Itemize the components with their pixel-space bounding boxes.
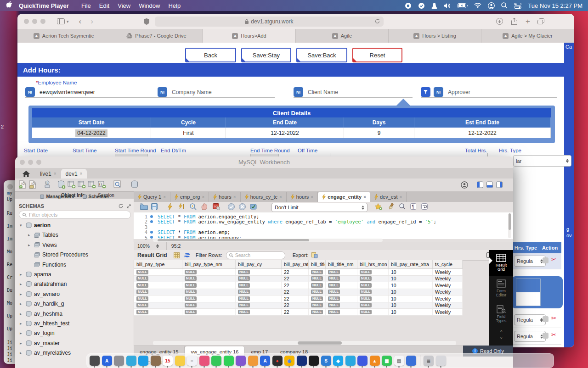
grid-cell[interactable]: NULL bbox=[182, 309, 236, 315]
grid-cell[interactable]: NULL bbox=[309, 276, 326, 282]
grid-cell[interactable]: 22 bbox=[282, 289, 309, 296]
dock-app-4[interactable] bbox=[138, 356, 148, 366]
grid-cell[interactable]: NULL bbox=[134, 282, 182, 289]
close-window-button[interactable] bbox=[24, 19, 29, 24]
schema-tree-item-functions[interactable]: Functions bbox=[28, 260, 66, 269]
grid-cell[interactable]: NULL bbox=[236, 289, 282, 296]
rail-result-grid[interactable]: ResultGrid bbox=[489, 250, 513, 276]
sidebar-chevron-icon[interactable]: ▾ bbox=[67, 19, 69, 24]
grid-cell[interactable]: NULL bbox=[134, 289, 182, 296]
grid-col-header[interactable]: bill_pay_rate bbox=[282, 260, 309, 268]
grid-cell[interactable]: NULL bbox=[182, 282, 236, 289]
grid-cell[interactable]: 10 bbox=[389, 309, 433, 315]
grid-row[interactable]: NULLNULLNULL22NULLNULLNULL10Weekly bbox=[134, 269, 463, 276]
grid-row[interactable]: NULLNULLNULL22NULLNULLNULL10Weekly bbox=[134, 302, 463, 309]
grid-cell[interactable]: NULL bbox=[134, 269, 182, 275]
grid-cell[interactable]: NULL bbox=[309, 289, 326, 296]
schema-tree-item-av-master[interactable]: ▸av_master bbox=[20, 339, 60, 348]
approver-filter-button[interactable] bbox=[421, 87, 430, 97]
hrs-type-select[interactable]: lar bbox=[513, 155, 571, 167]
grid-col-header[interactable]: bill_title bbox=[309, 260, 326, 268]
dock-app-1[interactable]: A bbox=[102, 356, 112, 366]
rail-scroll-chevrons[interactable]: ⌃⌄ bbox=[489, 330, 513, 339]
url-field[interactable]: dev1.atguru.work bbox=[155, 17, 384, 27]
grid-col-header[interactable]: bill_pay_cy bbox=[236, 260, 282, 268]
grid-cell[interactable]: NULL bbox=[182, 276, 236, 282]
close-tab-icon[interactable]: × bbox=[233, 195, 236, 200]
close-tab-icon[interactable]: × bbox=[80, 171, 83, 176]
grid-row[interactable]: NULLNULLNULL22NULLNULLNULL10Weekly bbox=[134, 276, 463, 283]
delete-row-scissors-icon[interactable]: ✂ bbox=[551, 256, 556, 263]
grid-row[interactable]: NULLNULLNULL22NULLNULLNULL10Weekly bbox=[134, 309, 463, 316]
tree-chevron-icon[interactable]: ▸ bbox=[20, 272, 23, 277]
dock-app-18[interactable] bbox=[309, 356, 319, 366]
dock-app-10[interactable] bbox=[211, 356, 221, 366]
grid-col-header[interactable]: bill_hrs_mon bbox=[357, 260, 389, 268]
grid-cell[interactable]: 10 bbox=[389, 276, 433, 282]
schema-tree-item-av-heshma[interactable]: ▸av_heshma bbox=[20, 309, 62, 318]
dock-app-16[interactable]: ◉ bbox=[284, 356, 294, 366]
filter-objects-input[interactable]: Filter objects bbox=[19, 211, 131, 219]
grid-cell[interactable]: Weekly bbox=[433, 302, 463, 309]
save-back-button[interactable]: Save:Back bbox=[296, 48, 347, 62]
tree-chevron-icon[interactable]: ▸ bbox=[28, 233, 32, 237]
grid-cell[interactable]: NULL bbox=[134, 309, 182, 315]
sql-hscrollbar[interactable] bbox=[153, 239, 383, 242]
browser-tab-1[interactable]: Phase7 - Google Drive bbox=[110, 29, 203, 43]
dock-app-21[interactable] bbox=[345, 356, 356, 366]
search-icon[interactable] bbox=[501, 2, 508, 9]
grid-cell[interactable]: 10 bbox=[389, 282, 433, 289]
delete-row-scissors-icon[interactable]: ✂ bbox=[551, 315, 556, 322]
employee-name-input[interactable]: eewqwtwrrterrwerqwer bbox=[40, 89, 95, 95]
mysql-workbench-window[interactable]: MySQL Workbench live1×dev1× SQLSQLi() Ma… bbox=[15, 156, 513, 368]
dock-app-27[interactable]: ≣ bbox=[424, 356, 434, 366]
grid-row[interactable]: NULLNULLNULL22NULLNULLNULL10Weekly bbox=[134, 296, 463, 302]
grid-cell[interactable]: 10 bbox=[389, 289, 433, 296]
dock-app-26[interactable] bbox=[406, 356, 416, 366]
grid-cell[interactable]: NULL bbox=[134, 302, 182, 309]
rail-field-types[interactable]: FieldTypes bbox=[489, 301, 513, 327]
grid-cell[interactable]: Weekly bbox=[433, 296, 463, 302]
row-checkbox[interactable] bbox=[543, 257, 548, 263]
zoom-level[interactable]: 100% bbox=[137, 243, 150, 249]
grid-cell[interactable]: NULL bbox=[236, 296, 282, 302]
dock-app-7[interactable] bbox=[175, 356, 185, 366]
reload-icon[interactable] bbox=[375, 19, 380, 24]
back-icon[interactable]: ‹ bbox=[79, 17, 82, 26]
approver-input[interactable]: Approver bbox=[448, 89, 470, 95]
menu-help[interactable]: Help bbox=[168, 2, 181, 9]
connection-tab-live1[interactable]: live1× bbox=[35, 169, 61, 178]
schema-tree-item-av-login[interactable]: ▸av_login bbox=[20, 329, 55, 338]
collapse-panel-icon[interactable] bbox=[127, 204, 131, 208]
schema-tree-item-av-avnaro[interactable]: ▸av_avnaro bbox=[20, 290, 60, 299]
export-icon[interactable] bbox=[311, 252, 318, 258]
privacy-shield-icon[interactable] bbox=[144, 18, 149, 25]
query-tab-engage_entity[interactable]: engage_entity× bbox=[318, 192, 370, 202]
apple-menu-icon[interactable] bbox=[6, 1, 12, 10]
schema-tree-item-views[interactable]: ▸Views bbox=[28, 240, 57, 250]
grid-cell[interactable]: NULL bbox=[357, 296, 389, 302]
volume-icon[interactable] bbox=[444, 3, 451, 9]
grid-cell[interactable]: NULL bbox=[134, 296, 182, 302]
dock-app-22[interactable] bbox=[357, 356, 368, 366]
sidebar-section-tab-management[interactable]: Management bbox=[40, 194, 74, 199]
tree-chevron-icon[interactable]: ▸ bbox=[20, 331, 23, 335]
hrs-type-open-dropdown[interactable] bbox=[516, 279, 541, 306]
tree-chevron-icon[interactable]: ▾ bbox=[20, 223, 23, 228]
delete-row-scissors-icon[interactable]: ✂ bbox=[551, 331, 556, 338]
verified-icon[interactable] bbox=[418, 2, 425, 9]
sql-editor[interactable]: 1SELECT * FROM aerion.engage_entity;2SEL… bbox=[134, 212, 513, 239]
grid-icon[interactable] bbox=[174, 252, 180, 258]
grid-cell[interactable]: NULL bbox=[182, 289, 236, 296]
tree-chevron-icon[interactable]: ▸ bbox=[20, 312, 23, 316]
grid-col-header[interactable]: bill_pay_rate_xtra bbox=[389, 260, 433, 268]
grid-col-header[interactable]: bill_title_nm bbox=[326, 260, 357, 268]
menu-window[interactable]: Window bbox=[139, 2, 160, 9]
downloads-icon[interactable] bbox=[496, 18, 503, 25]
reset-button[interactable]: Reset bbox=[352, 48, 402, 62]
grid-cell[interactable]: NULL bbox=[309, 269, 326, 275]
menu-clock[interactable]: Tue Nov 15 2:27 PM bbox=[528, 2, 582, 9]
grid-cell[interactable]: NULL bbox=[309, 282, 326, 289]
grid-cell[interactable]: NULL bbox=[182, 302, 236, 309]
dock-app-5[interactable] bbox=[151, 356, 161, 366]
